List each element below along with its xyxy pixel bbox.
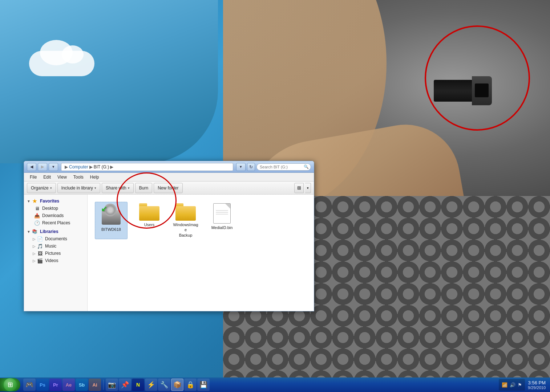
favorites-section: ▼ ★ Favorites 🖥 Desktop 📥 Downloads 🕐 Re… <box>24 197 87 226</box>
file-line-1 <box>216 210 228 211</box>
file-icon-mediaid <box>213 203 231 224</box>
sidebar-item-recent-places[interactable]: 🕐 Recent Places <box>24 219 87 226</box>
menu-help[interactable]: Help <box>87 174 102 180</box>
menu-edit[interactable]: Edit <box>40 174 54 180</box>
taskbar-camera[interactable]: 📷 <box>106 379 118 391</box>
tool-icon: 🔧 <box>160 381 168 389</box>
toolbar: Organize ▾ Include in library ▾ Share wi… <box>24 181 314 195</box>
favorites-label: Favorites <box>40 199 59 204</box>
soundbooth-icon: Sb <box>79 382 85 388</box>
forward-button[interactable]: ▶ <box>38 163 47 171</box>
lock-icon: 🔒 <box>186 381 194 389</box>
sys-tray: 📶 🔊 ⚑ <box>499 379 525 391</box>
sidebar-item-documents[interactable]: ▷ 📄 Documents <box>24 235 87 242</box>
breadcrumb-drive[interactable]: BIT (G:) <box>94 164 109 170</box>
file-label-winimagebackup: WindowsImageBackup <box>173 222 199 238</box>
refresh-button[interactable]: ↻ <box>247 163 255 171</box>
breadcrumb-sep2: ▶ <box>110 164 113 170</box>
folder-icon-users <box>139 203 159 221</box>
sidebar: ▼ ★ Favorites 🖥 Desktop 📥 Downloads 🕐 Re… <box>24 195 88 311</box>
back-button[interactable]: ◀ <box>27 163 36 171</box>
folder-body-2 <box>175 206 196 221</box>
search-wrapper: 🔍 <box>256 163 311 171</box>
sidebar-item-downloads[interactable]: 📥 Downloads <box>24 212 87 219</box>
sidebar-item-music[interactable]: ▷ 🎵 Music <box>24 242 87 250</box>
usb-port-housing <box>472 76 492 105</box>
file-label-mediaid: MediaID.bin <box>211 225 233 230</box>
taskbar-package[interactable]: 📦 <box>171 379 183 391</box>
taskbar-lightning[interactable]: ⚡ <box>145 379 157 391</box>
taskbar-photoshop[interactable]: Ps <box>36 379 49 391</box>
taskbar: ⊞ 🎮 Ps Pr Ae Sb Ai 📷 📌 N ⚡ <box>0 377 550 392</box>
downloads-icon: 📥 <box>34 213 40 219</box>
videos-icon: 🎬 <box>37 258 43 264</box>
sidebar-item-videos[interactable]: ▷ 🎬 Videos <box>24 257 87 264</box>
sidebar-pictures-label: Pictures <box>45 251 61 256</box>
camera-icon: 📷 <box>108 381 116 389</box>
organize-button[interactable]: Organize ▾ <box>27 183 56 193</box>
breadcrumb-sep1: ▶ <box>89 164 93 170</box>
usb-port-opening <box>475 83 489 97</box>
address-dropdown[interactable]: ▾ <box>236 163 246 171</box>
norton-icon: N <box>136 382 140 388</box>
start-orb: ⊞ <box>4 378 17 391</box>
file-item-mediaid[interactable]: MediaID.bin <box>207 202 236 239</box>
lightning-icon: ⚡ <box>147 381 155 389</box>
network-icon[interactable]: 📶 <box>502 382 507 388</box>
taskbar-illustrator[interactable]: Ai <box>89 379 101 391</box>
view-mode-button[interactable]: ⊞ <box>294 183 304 193</box>
search-input[interactable] <box>256 163 311 171</box>
file-item-users[interactable]: Users <box>135 202 164 239</box>
libraries-header[interactable]: ▼ 📚 Libraries <box>24 228 87 235</box>
new-folder-button[interactable]: New folder <box>154 183 182 193</box>
taskbar-lock[interactable]: 🔒 <box>184 379 197 391</box>
folder-body <box>139 206 159 221</box>
favorites-header[interactable]: ▼ ★ Favorites <box>24 197 87 205</box>
photoshop-icon: Ps <box>40 382 45 388</box>
music-icon: 🎵 <box>37 243 43 249</box>
taskbar-steam[interactable]: 🎮 <box>23 379 36 391</box>
taskbar-tool[interactable]: 🔧 <box>158 379 170 391</box>
file-label-users: Users <box>144 222 155 227</box>
recent-button[interactable]: ▾ <box>49 163 58 171</box>
taskbar-pin[interactable]: 📌 <box>119 379 131 391</box>
taskbar-aftereffects[interactable]: Ae <box>62 379 75 391</box>
pictures-icon: 🖼 <box>37 250 43 256</box>
breadcrumb[interactable]: ▶ Computer ▶ BIT (G:) ▶ <box>61 163 233 171</box>
file-label-bitwd618: BITWD618 <box>101 227 121 232</box>
breadcrumb-computer[interactable]: Computer <box>69 164 88 170</box>
sidebar-item-desktop[interactable]: 🖥 Desktop <box>24 205 87 212</box>
libraries-section: ▼ 📚 Libraries ▷ 📄 Documents ▷ 🎵 Music ▷ … <box>24 228 87 264</box>
clock-area[interactable]: 3:56 PM 9/29/2010 <box>526 380 547 390</box>
content-area: ↙ BITWD618 Users <box>88 195 314 311</box>
taskbar-norton[interactable]: N <box>132 379 144 391</box>
libraries-label: Libraries <box>40 229 58 234</box>
menu-file[interactable]: File <box>27 174 40 180</box>
start-button[interactable]: ⊞ <box>0 378 20 391</box>
desktop-icon: 🖥 <box>34 205 40 211</box>
share-with-button[interactable]: Share with ▾ <box>102 183 134 193</box>
usb-connector <box>423 73 496 109</box>
taskbar-soundbooth[interactable]: Sb <box>76 379 88 391</box>
taskbar-premiere[interactable]: Pr <box>49 379 62 391</box>
menu-view[interactable]: View <box>54 174 70 180</box>
file-item-bitwd618[interactable]: ↙ BITWD618 <box>95 202 128 239</box>
burn-button[interactable]: Burn <box>135 183 152 193</box>
taskbar-usb-manager[interactable]: 💾 <box>197 379 210 391</box>
sidebar-item-pictures[interactable]: ▷ 🖼 Pictures <box>24 250 87 257</box>
sidebar-documents-label: Documents <box>45 236 67 241</box>
clock-date: 9/29/2010 <box>528 385 546 390</box>
action-center-icon[interactable]: ⚑ <box>518 382 522 388</box>
favorites-star-icon: ★ <box>32 198 38 204</box>
file-item-windows-image-backup[interactable]: WindowsImageBackup <box>171 202 200 239</box>
menu-tools[interactable]: Tools <box>70 174 86 180</box>
taskbar-divider-1 <box>103 380 104 390</box>
aftereffects-icon: Ae <box>66 382 72 388</box>
volume-icon[interactable]: 🔊 <box>510 382 515 388</box>
file-body <box>213 203 231 224</box>
cd-center <box>108 208 112 212</box>
recent-places-icon: 🕐 <box>34 220 40 226</box>
view-mode-dropdown[interactable]: ▾ <box>305 183 311 193</box>
include-library-button[interactable]: Include in library ▾ <box>57 183 100 193</box>
sidebar-music-label: Music <box>45 244 56 249</box>
